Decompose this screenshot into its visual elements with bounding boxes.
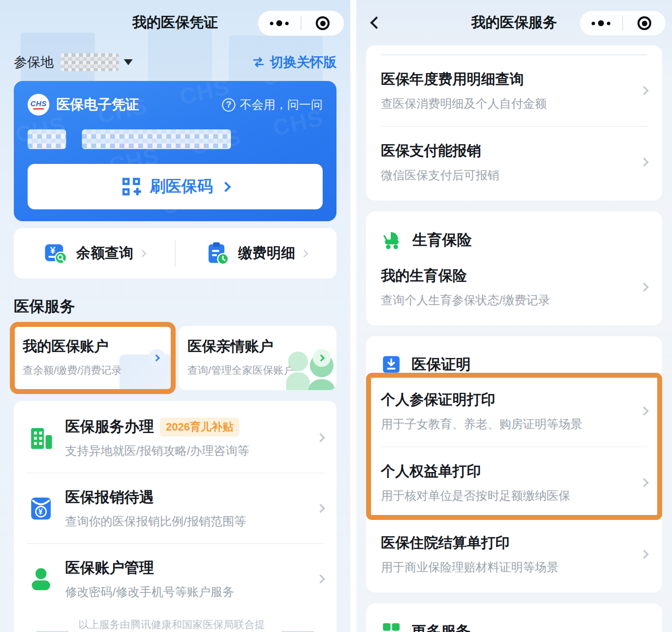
chevron-right-icon xyxy=(639,158,648,166)
help-button[interactable]: ? 不会用，问一问 xyxy=(222,97,323,113)
service-title: 医保报销待遇 xyxy=(65,487,154,508)
dropdown-arrow-icon xyxy=(124,59,133,65)
chevron-right-icon xyxy=(316,504,325,513)
voucher-brand: CHS 医保电子凭证 xyxy=(28,94,139,116)
row-annual-expense-query[interactable]: 医保年度费用明细查询 查医保消费明细及个人自付金额 xyxy=(381,55,647,126)
screen-my-voucher: 我的医保凭证 参保地 切换关怀版 CHSCHSCHSCHSCHSCHSCHSCH… xyxy=(0,0,350,632)
service-row-account-management[interactable]: 医保账户管理 修改密码/修改手机号等账户服务 xyxy=(27,543,324,614)
row-subtitle: 查医保消费明细及个人自付金额 xyxy=(381,96,631,112)
row-subtitle: 微信医保支付后可报销 xyxy=(381,167,631,183)
dot-icon xyxy=(270,22,273,25)
row-payment-reimbursement[interactable]: 医保支付能报销 微信医保支付后可报销 xyxy=(381,126,647,198)
qr-code-icon xyxy=(121,177,141,197)
chevron-right-icon xyxy=(138,249,146,257)
buildings-icon xyxy=(28,425,54,451)
row-title: 个人参保证明打印 xyxy=(381,390,631,410)
row-title: 个人权益单打印 xyxy=(381,462,631,481)
chevron-right-icon xyxy=(639,282,648,291)
redacted-region-value xyxy=(61,53,119,71)
dot-icon xyxy=(592,22,595,25)
certificates-section-header: 医保证明 xyxy=(381,337,647,376)
svg-text:¥: ¥ xyxy=(38,507,42,516)
target-icon xyxy=(637,16,651,30)
service-title: 医保服务办理 xyxy=(65,417,154,437)
row-subtitle: 用于核对单位是否按时足额缴纳医保 xyxy=(381,488,631,504)
service-title: 医保账户管理 xyxy=(65,558,154,578)
dot-icon xyxy=(285,22,289,25)
balance-inquiry-button[interactable]: ¥ 余额查询 xyxy=(14,241,175,265)
download-icon xyxy=(381,354,402,375)
chs-logo-icon: CHS xyxy=(28,94,49,116)
row-hospitalization-bill-print[interactable]: 医保住院结算单打印 用于商业保险理赔材料证明等场景 xyxy=(381,518,647,590)
dot-icon xyxy=(598,20,604,26)
chevron-right-icon xyxy=(316,574,325,583)
close-target-button[interactable] xyxy=(301,11,344,36)
subsidy-badge: 2026育儿补贴 xyxy=(160,418,239,436)
row-subtitle: 用于子女教育、养老、购房证明等场景 xyxy=(381,416,631,432)
certificates-card: 医保证明 个人参保证明打印 用于子女教育、养老、购房证明等场景 个人权益单打印 … xyxy=(366,336,662,592)
balance-yuan-search-icon: ¥ xyxy=(44,241,68,265)
region-label: 参保地 xyxy=(14,53,54,71)
dot-icon xyxy=(607,22,610,25)
my-insurance-account-card[interactable]: 我的医保账户 查余额/缴费/消费记录 xyxy=(14,326,172,390)
red-packet-yuan-icon: ¥ xyxy=(28,496,54,521)
voucher-brand-label: 医保电子凭证 xyxy=(56,95,139,114)
screens-gap xyxy=(350,0,356,632)
row-enrollment-certificate-print[interactable]: 个人参保证明打印 用于子女教育、养老、购房证明等场景 xyxy=(381,376,647,446)
svg-text:¥: ¥ xyxy=(50,245,55,256)
switch-care-version-link[interactable]: 切换关怀版 xyxy=(252,53,336,71)
row-my-maternity-insurance[interactable]: 我的生育保险 查询个人生育参保状态/缴费记录 xyxy=(381,252,647,322)
screen-my-services: 我的医保服务 医保年度费用明细查询 查医保消费明细及个人自付金额 医保支付能报销… xyxy=(356,0,672,632)
right-header: 我的医保服务 xyxy=(356,0,672,45)
row-title: 医保住院结算单打印 xyxy=(381,533,631,553)
mini-program-capsule xyxy=(579,10,666,36)
redacted-block xyxy=(28,129,66,149)
service-subtitle: 支持异地就医/报销攻略/办理咨询等 xyxy=(65,443,317,459)
maternity-card: 生育保险 我的生育保险 查询个人生育参保状态/缴费记录 xyxy=(366,211,662,325)
chevron-right-icon xyxy=(639,86,648,95)
chevron-right-icon xyxy=(316,433,325,442)
more-services-section-header: 更多服务 xyxy=(381,604,647,632)
payment-details-button[interactable]: 缴费明细 xyxy=(176,241,336,265)
section-title-services: 医保服务 xyxy=(14,296,336,317)
insured-region-selector[interactable]: 参保地 xyxy=(14,53,133,71)
section-title: 更多服务 xyxy=(411,622,471,632)
more-menu-button[interactable] xyxy=(258,11,300,36)
redacted-block xyxy=(82,129,231,149)
service-row-handling[interactable]: 医保服务办理 2026育儿补贴 支持异地就医/报销攻略/办理咨询等 xyxy=(27,403,324,473)
stroller-icon xyxy=(381,229,403,251)
general-services-card: 医保年度费用明细查询 查医保消费明细及个人自付金额 医保支付能报销 微信医保支付… xyxy=(366,45,662,200)
row-subtitle: 用于商业保险理赔材料证明等场景 xyxy=(381,559,631,575)
close-target-button[interactable] xyxy=(623,11,666,36)
account-cards-row: 我的医保账户 查余额/缴费/消费记录 医保亲情账户 查询/管理全家医保账户 xyxy=(0,317,350,390)
scan-insurance-code-button[interactable]: 刷医保码 xyxy=(28,164,323,209)
quick-actions-card: ¥ 余额查询 缴费明细 xyxy=(14,228,336,278)
chevron-right-icon xyxy=(220,181,230,192)
service-subtitle: 查询你的医保报销比例/报销范围等 xyxy=(65,514,317,529)
section-title: 生育保险 xyxy=(412,230,472,250)
maternity-section-header: 生育保险 xyxy=(381,212,647,252)
row-rights-statement-print[interactable]: 个人权益单打印 用于核对单位是否按时足额缴纳医保 xyxy=(381,446,647,518)
quick-action-label: 余额查询 xyxy=(76,243,134,263)
care-link-label: 切换关怀版 xyxy=(270,53,336,71)
row-title: 医保支付能报销 xyxy=(381,141,631,161)
chevron-right-icon xyxy=(639,478,648,487)
left-header: 我的医保凭证 xyxy=(0,0,350,45)
family-account-card[interactable]: 医保亲情账户 查询/管理全家医保账户 xyxy=(179,326,336,390)
account-card-title: 我的医保账户 xyxy=(23,337,163,356)
chevron-right-icon xyxy=(639,550,648,558)
services-list-card: 医保服务办理 2026育儿补贴 支持异地就医/报销攻略/办理咨询等 ¥ 医保报销… xyxy=(14,401,336,632)
quick-action-label: 缴费明细 xyxy=(238,243,296,263)
row-title: 我的生育保险 xyxy=(381,266,631,286)
family-people-icon xyxy=(279,344,336,390)
service-row-reimbursement[interactable]: ¥ 医保报销待遇 查询你的医保报销比例/报销范围等 xyxy=(27,473,324,543)
chevron-right-icon xyxy=(639,406,648,415)
help-icon: ? xyxy=(222,98,235,112)
region-row: 参保地 切换关怀版 xyxy=(0,49,350,75)
target-icon xyxy=(316,16,330,30)
mini-program-capsule xyxy=(258,10,344,36)
dot-icon xyxy=(276,20,282,26)
person-icon xyxy=(28,566,54,592)
chevron-circle-icon xyxy=(148,349,166,367)
more-menu-button[interactable] xyxy=(580,11,622,36)
